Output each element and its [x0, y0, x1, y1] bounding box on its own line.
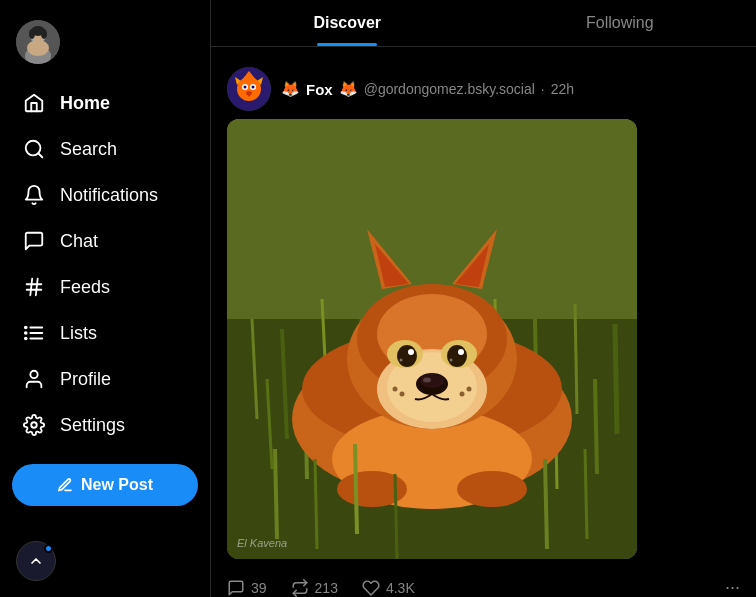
- svg-point-18: [25, 327, 27, 329]
- svg-point-7: [29, 29, 35, 39]
- post-image: El Kavena: [227, 119, 637, 559]
- comment-icon: [227, 579, 245, 597]
- post-header: 🦊 Fox 🦊 @gordongomez.bsky.social · 22h: [227, 67, 740, 111]
- svg-line-14: [36, 279, 38, 296]
- svg-point-65: [397, 345, 417, 367]
- svg-line-45: [615, 324, 617, 434]
- svg-line-86: [355, 444, 357, 534]
- sidebar-item-profile[interactable]: Profile: [6, 357, 204, 401]
- home-icon: [22, 91, 46, 115]
- post-actions: 39 213: [227, 569, 740, 597]
- svg-point-5: [27, 40, 49, 56]
- svg-line-88: [545, 459, 547, 549]
- svg-point-81: [467, 387, 472, 392]
- svg-point-70: [450, 359, 453, 362]
- svg-line-54: [595, 379, 597, 474]
- like-count: 4.3K: [386, 580, 415, 596]
- svg-point-79: [393, 387, 398, 392]
- post-avatar-image: [227, 67, 271, 111]
- sidebar-item-search[interactable]: Search: [6, 127, 204, 171]
- svg-point-67: [408, 349, 414, 355]
- svg-point-8: [41, 29, 47, 39]
- sidebar-item-label-chat: Chat: [60, 231, 98, 252]
- heart-icon: [362, 579, 380, 597]
- post-author-info: 🦊 Fox 🦊 @gordongomez.bsky.social · 22h: [281, 80, 740, 98]
- tab-discover[interactable]: Discover: [211, 0, 484, 46]
- svg-point-31: [252, 86, 255, 89]
- sidebar-item-chat[interactable]: Chat: [6, 219, 204, 263]
- pen-icon: [57, 477, 73, 493]
- user-avatar-wrap[interactable]: [0, 12, 210, 80]
- like-button[interactable]: 4.3K: [362, 579, 415, 597]
- scroll-to-top-wrap: [16, 541, 56, 581]
- svg-point-22: [31, 422, 37, 428]
- repost-icon: [291, 579, 309, 597]
- chevron-up-icon: [28, 553, 44, 569]
- sidebar-item-label-search: Search: [60, 139, 117, 160]
- sidebar-item-label-lists: Lists: [60, 323, 97, 344]
- tab-discover-label: Discover: [313, 14, 381, 31]
- svg-line-44: [575, 304, 577, 414]
- svg-point-30: [244, 86, 247, 89]
- svg-point-69: [400, 359, 403, 362]
- main-content: Discover Following: [210, 0, 756, 597]
- svg-point-80: [460, 392, 465, 397]
- svg-line-87: [395, 474, 397, 559]
- sidebar-item-label-home: Home: [60, 93, 110, 114]
- hash-icon: [22, 275, 46, 299]
- svg-line-13: [30, 279, 32, 296]
- sidebar: Home Search Notifications Chat: [0, 0, 210, 597]
- feed-tabs: Discover Following: [211, 0, 756, 47]
- fox-illustration: [227, 119, 637, 559]
- repost-count: 213: [315, 580, 338, 596]
- new-post-label: New Post: [81, 476, 153, 494]
- sidebar-item-feeds[interactable]: Feeds: [6, 265, 204, 309]
- svg-point-20: [25, 338, 27, 340]
- new-post-button[interactable]: New Post: [12, 464, 198, 506]
- notification-dot: [44, 544, 53, 553]
- chat-icon: [22, 229, 46, 253]
- sidebar-item-notifications[interactable]: Notifications: [6, 173, 204, 217]
- sidebar-item-label-profile: Profile: [60, 369, 111, 390]
- sidebar-item-home[interactable]: Home: [6, 81, 204, 125]
- post-author-name[interactable]: 🦊 Fox 🦊: [281, 80, 358, 98]
- fox-emoji2: 🦊: [339, 80, 358, 98]
- post-author-handle[interactable]: @gordongomez.bsky.social: [364, 81, 535, 97]
- svg-point-66: [447, 345, 467, 367]
- svg-line-89: [585, 449, 587, 539]
- dot-separator: ·: [541, 81, 545, 97]
- svg-line-10: [38, 153, 42, 157]
- more-options-button[interactable]: ···: [725, 577, 740, 597]
- sidebar-item-label-feeds: Feeds: [60, 277, 110, 298]
- sidebar-item-label-settings: Settings: [60, 415, 125, 436]
- feed: 🦊 Fox 🦊 @gordongomez.bsky.social · 22h: [211, 47, 756, 597]
- repost-button[interactable]: 213: [291, 579, 338, 597]
- post-author-avatar[interactable]: [227, 67, 271, 111]
- fox-photo: El Kavena: [227, 119, 637, 559]
- fox-emoji: 🦊: [281, 80, 300, 98]
- svg-line-85: [315, 459, 317, 549]
- svg-point-68: [458, 349, 464, 355]
- sidebar-item-lists[interactable]: Lists: [6, 311, 204, 355]
- watermark: El Kavena: [237, 537, 287, 549]
- tab-following[interactable]: Following: [484, 0, 757, 46]
- reply-button[interactable]: 39: [227, 579, 267, 597]
- svg-point-83: [457, 471, 527, 507]
- sidebar-item-label-notifications: Notifications: [60, 185, 158, 206]
- sidebar-item-settings[interactable]: Settings: [6, 403, 204, 447]
- post-time: 22h: [551, 81, 574, 97]
- avatar[interactable]: [16, 20, 60, 64]
- more-dots: ···: [725, 577, 740, 597]
- reply-count: 39: [251, 580, 267, 596]
- svg-line-84: [275, 449, 277, 539]
- settings-icon: [22, 413, 46, 437]
- bell-icon: [22, 183, 46, 207]
- svg-point-21: [30, 371, 37, 378]
- svg-point-27: [237, 77, 261, 101]
- svg-point-73: [423, 378, 431, 383]
- svg-point-78: [400, 392, 405, 397]
- scroll-to-top-button[interactable]: [16, 541, 56, 581]
- profile-icon: [22, 367, 46, 391]
- tab-following-label: Following: [586, 14, 654, 31]
- post-item: 🦊 Fox 🦊 @gordongomez.bsky.social · 22h: [211, 59, 756, 597]
